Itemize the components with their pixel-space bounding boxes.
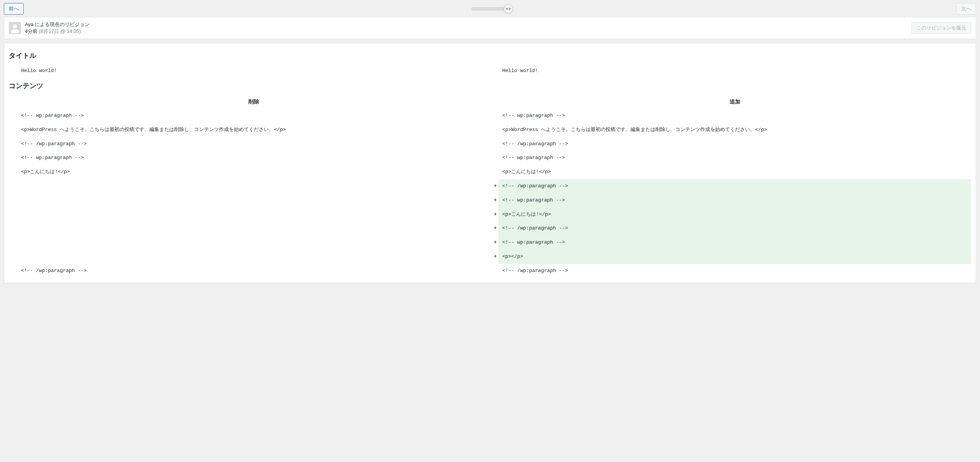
diff-row: <p>こんにちは!</p><p>こんにちは!</p> xyxy=(9,165,971,179)
diff-marker xyxy=(9,137,17,151)
diff-marker xyxy=(9,109,17,123)
slider-track xyxy=(472,7,508,10)
revision-meta-text: Aya による現在のリビジョン 4分前 (8月17日 @ 14:05) xyxy=(25,21,90,35)
diff-row: +<!-- wp:paragraph --> xyxy=(9,193,971,208)
title-right: Hello world! xyxy=(498,64,971,78)
diff-row: +<!-- /wp:paragraph --> xyxy=(9,179,971,193)
drag-horizontal-icon xyxy=(506,6,511,11)
diff-right-cell: <!-- wp:paragraph --> xyxy=(498,109,971,123)
diff-marker: + xyxy=(490,208,498,222)
diff-marker xyxy=(9,123,17,137)
diff-right-cell: <!-- wp:paragraph --> xyxy=(498,236,971,250)
diff-right-cell: <p>こんにちは!</p> xyxy=(498,208,971,222)
diff-left-cell xyxy=(17,221,490,236)
deleted-header: 削除 xyxy=(17,94,490,109)
diff-marker: + xyxy=(490,179,498,193)
diff-right-cell: <!-- /wp:paragraph --> xyxy=(498,221,971,236)
diff-row: <!-- wp:paragraph --><!-- wp:paragraph -… xyxy=(9,109,971,123)
diff-left-cell: <p>WordPress へようこそ。こちらは最初の投稿です。編集または削除し、… xyxy=(17,123,490,137)
diff-marker xyxy=(490,123,498,137)
diff-right-cell: <!-- /wp:paragraph --> xyxy=(498,137,971,151)
diff-right-cell: <p></p> xyxy=(498,250,971,264)
title-left: Hello world! xyxy=(17,64,490,78)
revision-nav: 前へ 次へ xyxy=(0,0,980,17)
diff-right-cell: <!-- wp:paragraph --> xyxy=(498,193,971,208)
title-section-heading: タイトル xyxy=(9,51,971,60)
prev-button[interactable]: 前へ xyxy=(4,3,24,15)
content-section-heading: コンテンツ xyxy=(9,81,971,90)
diff-row: <!-- /wp:paragraph --><!-- /wp:paragraph… xyxy=(9,264,971,278)
title-diff-table: Hello world! Hello world! xyxy=(9,64,971,78)
time-ago: 4分前 xyxy=(25,28,38,34)
added-header: 追加 xyxy=(498,94,971,109)
title-diff-row: Hello world! Hello world! xyxy=(9,64,971,78)
diff-marker xyxy=(9,64,17,78)
diff-panel: タイトル Hello world! Hello world! コンテンツ 削除 … xyxy=(4,43,976,283)
diff-left-cell: <!-- /wp:paragraph --> xyxy=(17,137,490,151)
diff-marker: + xyxy=(490,236,498,250)
diff-row: <!-- /wp:paragraph --><!-- /wp:paragraph… xyxy=(9,137,971,151)
diff-marker: + xyxy=(490,193,498,208)
diff-marker xyxy=(9,179,17,193)
diff-marker xyxy=(490,151,498,165)
diff-row: +<!-- /wp:paragraph --> xyxy=(9,221,971,236)
diff-row: +<p>こんにちは!</p> xyxy=(9,208,971,222)
user-silhouette-icon xyxy=(9,23,21,34)
diff-right-cell: <!-- /wp:paragraph --> xyxy=(498,179,971,193)
diff-right-cell: <p>WordPress へようこそ。こちらは最初の投稿です。編集または削除し、… xyxy=(498,123,971,137)
slider-handle[interactable] xyxy=(504,4,513,13)
diff-header-row: 削除 追加 xyxy=(9,94,971,109)
diff-marker xyxy=(490,165,498,179)
revision-slider[interactable] xyxy=(472,7,508,10)
diff-right-cell: <!-- /wp:paragraph --> xyxy=(498,264,971,278)
diff-marker xyxy=(9,264,17,278)
time-line: 4分前 (8月17日 @ 14:05) xyxy=(25,28,90,35)
diff-marker xyxy=(9,208,17,222)
diff-row: +<!-- wp:paragraph --> xyxy=(9,236,971,250)
diff-row: +<p></p> xyxy=(9,250,971,264)
diff-right-cell: <!-- wp:paragraph --> xyxy=(498,151,971,165)
diff-right-cell: <p>こんにちは!</p> xyxy=(498,165,971,179)
diff-left-cell xyxy=(17,179,490,193)
diff-left-cell: <!-- /wp:paragraph --> xyxy=(17,264,490,278)
diff-marker xyxy=(9,250,17,264)
diff-marker xyxy=(9,221,17,236)
diff-left-cell: <!-- wp:paragraph --> xyxy=(17,151,490,165)
diff-marker xyxy=(490,137,498,151)
diff-marker xyxy=(9,236,17,250)
diff-marker xyxy=(9,151,17,165)
diff-marker xyxy=(9,193,17,208)
time-paren: (8月17日 @ 14:05) xyxy=(39,28,81,34)
author-line: Aya による現在のリビジョン xyxy=(25,21,90,28)
diff-marker xyxy=(490,64,498,78)
diff-row: <!-- wp:paragraph --><!-- wp:paragraph -… xyxy=(9,151,971,165)
diff-left-cell xyxy=(17,250,490,264)
diff-left-cell: <p>こんにちは!</p> xyxy=(17,165,490,179)
diff-marker: + xyxy=(490,250,498,264)
next-button[interactable]: 次へ xyxy=(956,3,976,15)
revision-meta-left: Aya による現在のリビジョン 4分前 (8月17日 @ 14:05) xyxy=(9,21,90,35)
diff-left-cell xyxy=(17,236,490,250)
diff-marker xyxy=(9,165,17,179)
diff-marker xyxy=(490,109,498,123)
diff-row: <p>WordPress へようこそ。こちらは最初の投稿です。編集または削除し、… xyxy=(9,123,971,137)
content-diff-table: 削除 追加 <!-- wp:paragraph --><!-- wp:parag… xyxy=(9,94,971,278)
diff-marker: + xyxy=(490,221,498,236)
restore-button[interactable]: このリビジョンを復元 xyxy=(911,22,971,34)
diff-marker xyxy=(490,264,498,278)
diff-left-cell xyxy=(17,193,490,208)
diff-left-cell xyxy=(17,208,490,222)
avatar xyxy=(9,22,21,34)
revision-meta-bar: Aya による現在のリビジョン 4分前 (8月17日 @ 14:05) このリビ… xyxy=(4,17,976,39)
diff-left-cell: <!-- wp:paragraph --> xyxy=(17,109,490,123)
